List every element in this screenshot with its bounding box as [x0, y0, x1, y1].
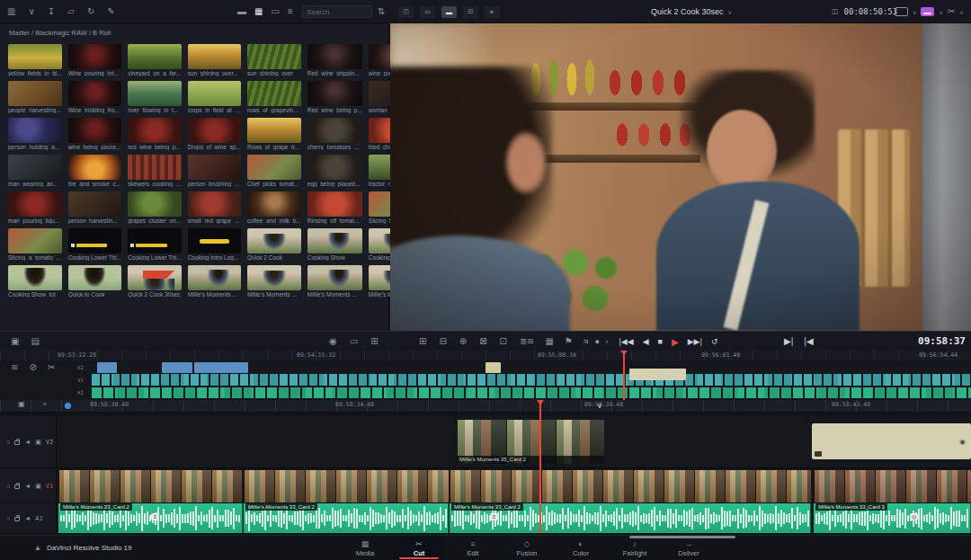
page-tab-media[interactable]: ▦Media	[340, 538, 390, 559]
mic-icon[interactable]: ○	[6, 483, 10, 489]
media-clip[interactable]: Rows_of_grape_tr...	[247, 118, 301, 150]
upper-timeline-ruler[interactable]: 09:53:22.2809:54:15.3209:55:08.3609:56:0…	[0, 351, 971, 360]
media-clip[interactable]: person_brushing_...	[188, 155, 241, 187]
media-clip[interactable]: man_pouring_liqu...	[8, 191, 62, 224]
mini-title-clip[interactable]	[629, 369, 686, 380]
go-to-end-button[interactable]: ▶▶|	[688, 337, 702, 346]
add-effect-icon[interactable]: ⊞	[370, 337, 378, 346]
media-clip[interactable]: sun_shining_over_	[247, 44, 301, 76]
media-clip[interactable]: rows_of_grapevin...	[247, 81, 301, 113]
lower-timeline[interactable]: 09:58:30.4809:58:34.4809:58:39.4809:58:4…	[0, 400, 971, 535]
filmstrip-icon[interactable]: ▣	[35, 483, 41, 489]
v1-clip[interactable]	[58, 470, 243, 502]
play-button[interactable]: ▶	[672, 337, 679, 347]
title-clip[interactable]: ◉	[812, 423, 971, 459]
media-clip[interactable]: coffee_and_milk_b...	[247, 191, 301, 224]
timeline-selector[interactable]: Quick 2 Cook 30sec ∨	[651, 0, 732, 23]
media-clip[interactable]: Wine_trickling_fro...	[68, 81, 122, 113]
media-clip[interactable]: Drops_of_wine_sp...	[188, 118, 241, 150]
v1-clip[interactable]	[244, 470, 449, 502]
mini-clip[interactable]	[486, 362, 501, 373]
viewer-video[interactable]	[390, 23, 971, 331]
stop-button[interactable]: ■	[658, 337, 663, 346]
loop-button[interactable]: ↺	[711, 337, 718, 346]
go-to-start-button[interactable]: |◀◀	[619, 337, 633, 346]
mixer-icon[interactable]: ≋	[527, 337, 534, 346]
track-header-v1[interactable]: ○◄▣V1	[0, 469, 57, 502]
media-clip[interactable]: Cooking Intro Log...	[188, 228, 241, 261]
speaker-icon[interactable]: ◄	[24, 439, 31, 445]
import-folder-icon[interactable]: ▱	[67, 7, 75, 16]
source-tape-icon[interactable]: ▭	[420, 6, 435, 18]
page-tab-deliver[interactable]: →Deliver	[664, 538, 714, 559]
bin-breadcrumb[interactable]: Master / Blackmagic RAW / B Roll	[9, 29, 111, 37]
mic-icon[interactable]: ○	[6, 439, 10, 445]
strip-view-icon[interactable]: ▭	[271, 7, 279, 16]
play-reverse-button[interactable]: ◀	[643, 337, 649, 346]
monitor-icon[interactable]	[895, 7, 908, 16]
mini-clip[interactable]	[97, 362, 117, 373]
media-clip[interactable]: Millie's Moments ...	[188, 265, 241, 298]
media-clip[interactable]: Rinsing_off_tomat...	[307, 191, 362, 224]
mic-icon[interactable]: ○	[6, 515, 10, 521]
page-tab-fusion[interactable]: ◇Fusion	[502, 538, 552, 559]
media-clip[interactable]: yellow_fields_in_bl...	[8, 44, 62, 76]
jog-control[interactable]: ‹ ● ›	[586, 337, 610, 346]
smart-insert-icon[interactable]: ⊞	[419, 337, 426, 346]
place-on-top-icon[interactable]: ⊡	[500, 337, 507, 346]
media-clip[interactable]: crops_in_field_at_...	[188, 81, 241, 113]
boom-icon[interactable]: +	[43, 401, 48, 409]
filmstrip-icon[interactable]: ▣	[35, 439, 41, 445]
search-input[interactable]	[302, 5, 372, 18]
speaker-icon[interactable]: ◄	[24, 483, 31, 489]
v1-clip[interactable]	[450, 470, 811, 502]
filmstrip-view-icon[interactable]: ▬	[237, 7, 246, 16]
timeline-view-icon[interactable]: ▬	[441, 6, 457, 18]
media-clip[interactable]: Millie's Moments ...	[247, 265, 301, 298]
next-edit-button[interactable]: ▶|	[784, 337, 793, 346]
playhead[interactable]	[539, 400, 541, 533]
media-clip[interactable]: small_red_grape_...	[188, 191, 241, 224]
clip-marker-badge[interactable]: ≡	[490, 513, 498, 520]
media-clip[interactable]: fire_and_smoke_c...	[68, 155, 122, 187]
tools-icon[interactable]: ✂	[948, 7, 955, 16]
media-clip[interactable]: grapes_cluster_on...	[128, 191, 182, 224]
chevron-down-icon[interactable]: ∨	[28, 7, 34, 16]
v1-clip[interactable]	[814, 470, 971, 502]
close-up-icon[interactable]: ⊠	[479, 337, 486, 346]
sort-icon[interactable]: ⇅	[378, 7, 385, 16]
media-clip[interactable]: skewers_cooking_...	[128, 155, 182, 187]
transitions-icon[interactable]: ▦	[545, 337, 553, 346]
boring-detector-icon[interactable]: ⊟	[463, 6, 478, 18]
lock-icon[interactable]	[14, 517, 20, 521]
upper-playhead[interactable]	[623, 351, 625, 400]
media-clip[interactable]: Cooking Show_tot	[8, 265, 62, 298]
film-icon[interactable]: ▣	[18, 401, 25, 409]
media-clip[interactable]: Chef_picks_tomat...	[247, 155, 301, 187]
media-clip[interactable]: Cooking Lower Thi...	[128, 228, 182, 261]
list-view-icon[interactable]: ≡	[288, 7, 293, 16]
edit-metadata-icon[interactable]: ✎	[107, 7, 114, 16]
media-clip[interactable]: vineyard_on_a_far...	[128, 44, 182, 76]
page-tab-cut[interactable]: ✂Cut	[394, 538, 444, 559]
media-clip[interactable]: Slicing_a_tomato_...	[8, 228, 62, 261]
media-clip[interactable]: person_harvestin...	[68, 191, 122, 224]
ripple-overwrite-icon[interactable]: ⊕	[459, 337, 467, 346]
timeline-overview-icon[interactable]: ≋	[11, 363, 18, 372]
flag-icon[interactable]: ⚑	[565, 337, 573, 346]
page-tab-color[interactable]: ◐Color	[556, 538, 606, 559]
fast-review-icon[interactable]: ▸	[485, 6, 500, 18]
mini-clip[interactable]	[194, 362, 248, 373]
mute-icon[interactable]: ⊘	[29, 363, 36, 372]
media-clip[interactable]: Cooking Show	[307, 228, 362, 261]
media-clip[interactable]: people_harvesting...	[8, 81, 62, 113]
mini-clip[interactable]	[162, 362, 192, 373]
media-clip[interactable]: Red_wine_being_p...	[307, 81, 362, 113]
resolve-fx-icon[interactable]	[921, 7, 934, 16]
media-clip[interactable]: river_flowing_in_t...	[128, 81, 182, 113]
media-clip[interactable]: wine_being_poure...	[68, 118, 122, 150]
media-clip[interactable]: cherry_tomatoes_...	[307, 118, 362, 150]
media-clip[interactable]: Millie's Moments ...	[307, 265, 362, 298]
speaker-icon[interactable]: ◄	[24, 515, 31, 521]
media-clip[interactable]: person_holding_a...	[8, 118, 62, 150]
